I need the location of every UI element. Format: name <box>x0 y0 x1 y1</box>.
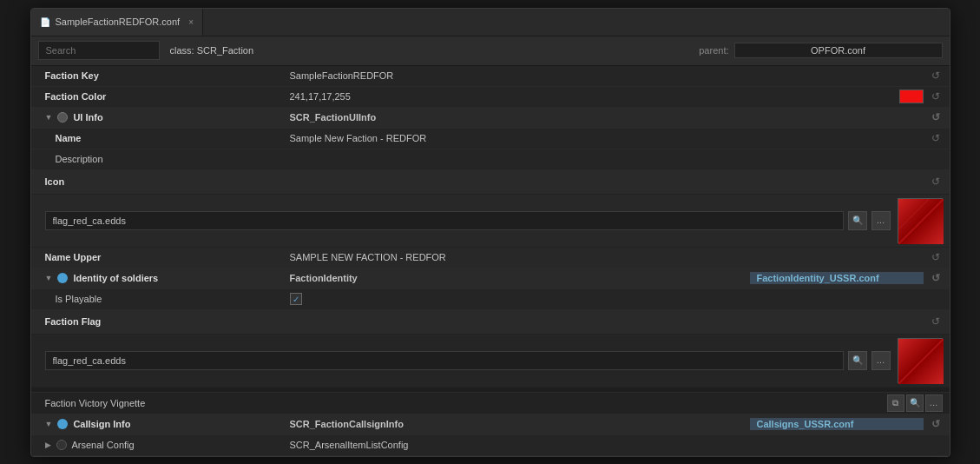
callsign-info-row: ▼ Callsign Info SCR_FactionCallsignInfo … <box>31 414 950 435</box>
faction-victory-dots-button[interactable]: … <box>925 394 943 412</box>
is-playable-row: Is Playable ✓ <box>31 289 950 310</box>
faction-flag-header-row: Faction Flag ↺ <box>31 310 950 335</box>
faction-flag-preview <box>898 338 943 383</box>
search-input[interactable] <box>38 41 160 60</box>
icon-search-button[interactable]: 🔍 <box>848 211 867 230</box>
description-label: Description <box>31 154 283 164</box>
properties-panel: Faction Key SampleFactionREDFOR ↺ Factio… <box>31 66 950 456</box>
faction-victory-value: ⧉ 🔍 … <box>283 394 950 412</box>
ui-info-row: ▼ UI Info SCR_FactionUIInfo ↺ <box>31 108 950 129</box>
callsign-reset[interactable]: ↺ <box>929 417 943 431</box>
faction-victory-external-button[interactable]: ⧉ <box>887 394 904 412</box>
identity-soldiers-value: FactionIdentity FactionIdentity_USSR.con… <box>283 271 950 285</box>
faction-flag-reset[interactable]: ↺ <box>929 315 943 328</box>
tab-close-button[interactable]: × <box>188 17 194 27</box>
title-bar: 📄 SampleFactionREDFOR.conf × <box>31 9 950 36</box>
ui-info-expand[interactable]: ▼ <box>45 113 53 122</box>
faction-victory-row: Faction Victory Vignette ⧉ 🔍 … <box>31 393 950 414</box>
toolbar: class: SCR_Faction parent: OPFOR.conf <box>31 36 950 66</box>
color-swatch[interactable] <box>899 89 924 103</box>
ui-info-value: SCR_FactionUIInfo ↺ <box>283 110 950 124</box>
faction-flag-file-row: 🔍 … <box>31 335 950 388</box>
faction-color-value: 241,17,17,255 ↺ <box>283 89 950 103</box>
faction-flag-reset-container: ↺ <box>283 310 950 334</box>
faction-victory-label: Faction Victory Vignette <box>31 398 283 408</box>
name-label: Name <box>31 133 283 143</box>
icon-reset[interactable]: ↺ <box>929 175 943 189</box>
callsign-info-label: ▼ Callsign Info <box>31 419 283 429</box>
identity-reset[interactable]: ↺ <box>929 271 943 285</box>
icon-preview <box>898 198 943 243</box>
name-upper-value: SAMPLE NEW FACTION - REDFOR ↺ <box>283 250 950 264</box>
faction-flag-label: Faction Flag <box>31 310 283 334</box>
faction-flag-search-button[interactable]: 🔍 <box>848 351 867 370</box>
parent-label: parent: <box>699 45 728 56</box>
class-label: class: SCR_Faction <box>170 45 254 56</box>
name-upper-row: Name Upper SAMPLE NEW FACTION - REDFOR ↺ <box>31 248 950 268</box>
callsign-linked-value[interactable]: Callsigns_USSR.conf <box>750 418 924 430</box>
identity-soldiers-label: ▼ Identity of soldiers <box>31 273 283 283</box>
faction-flag-dots-button[interactable]: … <box>871 351 891 370</box>
arsenal-config-label: ▶ Arsenal Config <box>31 440 283 450</box>
ui-info-reset[interactable]: ↺ <box>929 110 943 124</box>
icon-dots-button[interactable]: … <box>871 211 891 230</box>
ui-info-circle <box>57 112 68 123</box>
name-reset[interactable]: ↺ <box>929 131 943 145</box>
faction-victory-search-button[interactable]: 🔍 <box>906 394 924 412</box>
parent-value: OPFOR.conf <box>734 43 943 58</box>
faction-key-row: Faction Key SampleFactionREDFOR ↺ <box>31 66 950 87</box>
callsign-circle <box>57 419 68 429</box>
callsign-info-value: SCR_FactionCallsignInfo Callsigns_USSR.c… <box>283 417 950 431</box>
name-row: Name Sample New Faction - REDFOR ↺ <box>31 129 950 149</box>
identity-expand[interactable]: ▼ <box>45 274 53 282</box>
parent-info: parent: OPFOR.conf <box>699 43 942 58</box>
icon-file-input[interactable] <box>45 211 844 230</box>
identity-soldiers-row: ▼ Identity of soldiers FactionIdentity F… <box>31 268 950 289</box>
faction-color-row: Faction Color 241,17,17,255 ↺ <box>31 87 950 108</box>
faction-key-label: Faction Key <box>31 70 283 81</box>
file-tab[interactable]: 📄 SampleFactionREDFOR.conf × <box>31 9 204 36</box>
faction-key-reset[interactable]: ↺ <box>929 69 943 83</box>
identity-linked-value[interactable]: FactionIdentity_USSR.conf <box>750 272 924 284</box>
class-value: SCR_Faction <box>197 45 253 56</box>
name-upper-reset[interactable]: ↺ <box>929 250 943 264</box>
faction-flag-file-input[interactable] <box>45 351 844 370</box>
is-playable-value: ✓ <box>283 293 950 305</box>
arsenal-circle <box>56 440 67 450</box>
is-playable-label: Is Playable <box>31 294 283 304</box>
arsenal-expand[interactable]: ▶ <box>45 441 51 449</box>
name-upper-label: Name Upper <box>31 252 283 262</box>
file-icon: 📄 <box>40 17 50 27</box>
callsign-expand[interactable]: ▼ <box>45 420 53 428</box>
is-playable-checkbox[interactable]: ✓ <box>290 293 302 305</box>
main-window: 📄 SampleFactionREDFOR.conf × class: SCR_… <box>30 8 950 457</box>
icon-file-row: 🔍 … <box>31 195 950 248</box>
faction-key-value: SampleFactionREDFOR ↺ <box>283 69 950 83</box>
tab-label: SampleFactionREDFOR.conf <box>56 17 181 27</box>
identity-circle <box>57 273 68 283</box>
faction-color-reset[interactable]: ↺ <box>929 89 943 103</box>
faction-victory-buttons: ⧉ 🔍 … <box>887 394 943 412</box>
icon-label: Icon <box>31 170 283 194</box>
arsenal-config-value: SCR_ArsenalItemListConfig <box>283 440 950 450</box>
icon-reset-container: ↺ <box>283 170 950 194</box>
description-row: Description <box>31 149 950 170</box>
arsenal-config-row: ▶ Arsenal Config SCR_ArsenalItemListConf… <box>31 435 950 456</box>
name-value: Sample New Faction - REDFOR ↺ <box>283 131 950 145</box>
icon-header-row: Icon ↺ <box>31 170 950 195</box>
ui-info-label: ▼ UI Info <box>31 112 283 123</box>
faction-color-label: Faction Color <box>31 91 283 102</box>
